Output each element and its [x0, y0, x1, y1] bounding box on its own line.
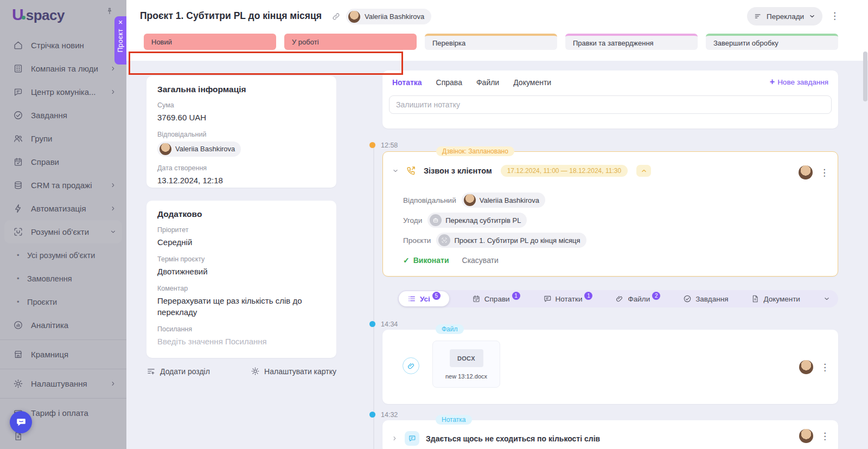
support-chat-button[interactable]: [10, 411, 32, 433]
phone-outgoing-icon: [405, 165, 417, 177]
configure-card-button[interactable]: Налаштувати картку: [251, 367, 336, 376]
tab-documents[interactable]: Документи: [513, 78, 551, 87]
file-card-controls: ⋮: [799, 360, 829, 374]
scrollbar-thumb[interactable]: [863, 52, 867, 101]
deal-chip[interactable]: Переклад субтитрів PL: [427, 213, 527, 228]
call-status-badge: Дзвінок: Заплановано: [436, 146, 514, 156]
chevron-right-icon[interactable]: [391, 435, 398, 442]
new-task-button[interactable]: + Нове завдання: [770, 78, 828, 86]
field-value-priority[interactable]: Середній: [157, 236, 326, 248]
note-input[interactable]: [389, 95, 832, 114]
feed-filter-bar: Усі 5 Справи 1 Нотатки 1 Файли 2 Завданн…: [398, 290, 838, 307]
field-label-sum: Сума: [157, 101, 326, 109]
field-label-link: Посилання: [157, 325, 326, 333]
stage-in-progress[interactable]: У роботі: [284, 34, 417, 50]
timeline-dot-call: [369, 142, 375, 148]
stage-review[interactable]: Перевірка: [425, 34, 557, 50]
field-value-term[interactable]: Двотижневий: [157, 266, 326, 278]
filter-tab-activities[interactable]: Справи 1: [472, 294, 520, 303]
chevron-down-icon[interactable]: [392, 167, 399, 175]
calendar-icon: [472, 294, 481, 303]
note-text[interactable]: Здається щось не сходиться по кількості …: [426, 434, 600, 443]
field-value-comment[interactable]: Перерахувати ще раз кількість слів до пе…: [157, 295, 326, 319]
chevron-down-icon[interactable]: [823, 295, 831, 303]
count-badge: 1: [584, 292, 592, 300]
deal-name: Переклад субтитрів PL: [445, 216, 521, 224]
tab-activity[interactable]: Справа: [436, 78, 462, 87]
tab-files[interactable]: Файли: [476, 78, 499, 87]
owner-chip[interactable]: Valeriia Bashkirova: [346, 9, 431, 24]
deal-icon: [430, 214, 442, 226]
timeline-time: 14:34: [381, 320, 398, 328]
stage-edits-approval[interactable]: Правки та затвердження: [565, 34, 698, 50]
filter-tab-all[interactable]: Усі 5: [399, 291, 449, 306]
check-circle-icon: [683, 294, 692, 303]
view-selector-button[interactable]: Переклади: [747, 7, 822, 25]
responsible-name: Valeriia Bashkirova: [480, 196, 539, 204]
collapse-button[interactable]: [636, 165, 651, 177]
new-task-label: Нове завдання: [777, 78, 828, 86]
call-activity-card: Дзвінок: Заплановано Зізвон з клієнтом 1…: [382, 151, 838, 277]
responsible-chip[interactable]: Valeriia Bashkirova: [157, 142, 241, 157]
project-icon: [438, 234, 450, 246]
call-responsible-row: Відповідальний Valeriia Bashkirova: [403, 193, 545, 208]
chat-bubble-icon: [15, 416, 27, 428]
note-icon-square: [405, 431, 419, 446]
note-more-button[interactable]: ⋮: [820, 432, 829, 441]
filter-tab-files[interactable]: Файли 2: [615, 294, 660, 303]
panel-footer: Додати розділ Налаштувати картку: [146, 367, 336, 376]
file-extension-box: DOCX: [450, 349, 483, 367]
avatar: [159, 143, 171, 155]
call-title[interactable]: Зізвон з клієнтом: [424, 166, 492, 175]
complete-button[interactable]: ✓ Виконати: [403, 256, 449, 265]
filter-tab-notes[interactable]: Нотатки 1: [543, 294, 593, 303]
plus-icon: +: [770, 78, 775, 86]
filter-tab-documents[interactable]: Документи: [751, 294, 800, 303]
note-row: Здається щось не сходиться по кількості …: [391, 431, 600, 446]
check-icon: ✓: [403, 256, 410, 265]
briefcase-icon: [432, 217, 439, 223]
attachment-icon-circle: [403, 357, 419, 374]
link-field-placeholder[interactable]: Введіть значення Посилання: [157, 336, 326, 348]
header-more-button[interactable]: ⋮: [830, 11, 839, 21]
timeline-time: 12:58: [381, 142, 398, 149]
avatar: [799, 360, 813, 374]
file-preview[interactable]: DOCX new 13:12.docx: [432, 341, 500, 388]
call-more-button[interactable]: ⋮: [820, 168, 829, 177]
count-badge: 1: [512, 292, 520, 300]
filter-tab-label: Файли: [628, 295, 650, 303]
link-icon[interactable]: [331, 12, 341, 21]
document-icon: [751, 294, 760, 303]
stage-new[interactable]: Новий: [144, 34, 276, 50]
add-section-button[interactable]: Додати розділ: [146, 367, 210, 376]
chevron-up-icon: [640, 167, 648, 175]
list-icon: [407, 294, 416, 303]
page-title: Проєкт 1. Субтитри PL до кінця місяця: [140, 10, 322, 22]
composer-card: Нотатка Справа Файли Документи + Нове за…: [382, 70, 838, 129]
card-title: Загальна інформація: [157, 85, 326, 94]
avatar: [799, 165, 813, 179]
view-selector-label: Переклади: [767, 12, 804, 21]
avatar: [348, 11, 360, 23]
sidebar-dim-overlay: [0, 0, 126, 449]
responsible-chip[interactable]: Valeriia Bashkirova: [462, 193, 545, 208]
slideover-tab-label: Проєкт: [117, 29, 124, 53]
file-more-button[interactable]: ⋮: [820, 363, 829, 372]
chevron-down-icon: [808, 12, 816, 20]
slideover-tab-project[interactable]: × Проєкт: [114, 16, 126, 65]
filter-tab-tasks[interactable]: Завдання: [683, 294, 728, 303]
tab-note[interactable]: Нотатка: [392, 78, 422, 87]
gear-icon: [251, 367, 260, 376]
close-icon[interactable]: ×: [118, 18, 123, 27]
add-section-icon: [146, 367, 156, 376]
sidebar: U spacy Стрічка новин Компанія та люди Ц…: [0, 0, 126, 449]
general-info-card: Загальна інформація Сума 3769.60 UAH Від…: [146, 76, 336, 188]
project-chip[interactable]: Проєкт 1. Субтитри PL до кінця місяця: [436, 233, 586, 248]
stage-finish[interactable]: Завершити обробку: [706, 34, 838, 50]
timeline-line: [373, 142, 374, 449]
cancel-button[interactable]: Скасувати: [462, 256, 499, 265]
note-icon: [543, 294, 552, 303]
field-label-created: Дата створення: [157, 164, 326, 172]
filter-tab-label: Завдання: [695, 295, 728, 303]
field-value-sum[interactable]: 3769.60 UAH: [157, 112, 326, 124]
